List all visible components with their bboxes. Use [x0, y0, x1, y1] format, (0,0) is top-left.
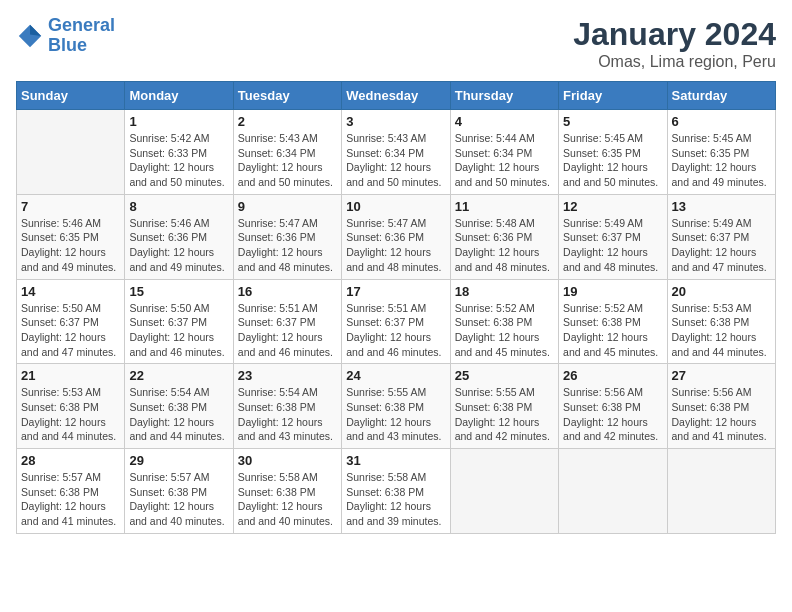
calendar-cell: 12Sunrise: 5:49 AMSunset: 6:37 PMDayligh… — [559, 194, 667, 279]
day-info: Sunrise: 5:43 AMSunset: 6:34 PMDaylight:… — [346, 131, 445, 190]
daylight-text-2: and and 50 minutes. — [346, 175, 445, 190]
day-info: Sunrise: 5:57 AMSunset: 6:38 PMDaylight:… — [21, 470, 120, 529]
day-number: 5 — [563, 114, 662, 129]
daylight-text-2: and and 40 minutes. — [129, 514, 228, 529]
daylight-text-1: Daylight: 12 hours — [346, 160, 445, 175]
daylight-text-1: Daylight: 12 hours — [346, 499, 445, 514]
daylight-text-1: Daylight: 12 hours — [563, 415, 662, 430]
sunset-text: Sunset: 6:34 PM — [238, 146, 337, 161]
sunrise-text: Sunrise: 5:45 AM — [672, 131, 771, 146]
calendar-cell — [450, 449, 558, 534]
sunrise-text: Sunrise: 5:44 AM — [455, 131, 554, 146]
calendar-cell: 16Sunrise: 5:51 AMSunset: 6:37 PMDayligh… — [233, 279, 341, 364]
day-number: 13 — [672, 199, 771, 214]
daylight-text-2: and and 48 minutes. — [455, 260, 554, 275]
calendar-cell: 25Sunrise: 5:55 AMSunset: 6:38 PMDayligh… — [450, 364, 558, 449]
day-info: Sunrise: 5:51 AMSunset: 6:37 PMDaylight:… — [238, 301, 337, 360]
daylight-text-1: Daylight: 12 hours — [455, 415, 554, 430]
daylight-text-2: and and 43 minutes. — [346, 429, 445, 444]
calendar-cell: 11Sunrise: 5:48 AMSunset: 6:36 PMDayligh… — [450, 194, 558, 279]
calendar-cell: 4Sunrise: 5:44 AMSunset: 6:34 PMDaylight… — [450, 110, 558, 195]
col-header-tuesday: Tuesday — [233, 82, 341, 110]
daylight-text-1: Daylight: 12 hours — [455, 160, 554, 175]
day-number: 11 — [455, 199, 554, 214]
day-number: 16 — [238, 284, 337, 299]
day-number: 27 — [672, 368, 771, 383]
calendar-cell: 9Sunrise: 5:47 AMSunset: 6:36 PMDaylight… — [233, 194, 341, 279]
daylight-text-2: and and 41 minutes. — [672, 429, 771, 444]
week-row-3: 14Sunrise: 5:50 AMSunset: 6:37 PMDayligh… — [17, 279, 776, 364]
day-info: Sunrise: 5:57 AMSunset: 6:38 PMDaylight:… — [129, 470, 228, 529]
day-number: 21 — [21, 368, 120, 383]
daylight-text-1: Daylight: 12 hours — [672, 245, 771, 260]
day-number: 20 — [672, 284, 771, 299]
day-number: 2 — [238, 114, 337, 129]
daylight-text-2: and and 46 minutes. — [129, 345, 228, 360]
day-number: 28 — [21, 453, 120, 468]
daylight-text-2: and and 47 minutes. — [672, 260, 771, 275]
daylight-text-1: Daylight: 12 hours — [238, 160, 337, 175]
day-info: Sunrise: 5:44 AMSunset: 6:34 PMDaylight:… — [455, 131, 554, 190]
day-info: Sunrise: 5:55 AMSunset: 6:38 PMDaylight:… — [346, 385, 445, 444]
calendar-cell: 19Sunrise: 5:52 AMSunset: 6:38 PMDayligh… — [559, 279, 667, 364]
sunrise-text: Sunrise: 5:49 AM — [672, 216, 771, 231]
daylight-text-1: Daylight: 12 hours — [238, 415, 337, 430]
day-info: Sunrise: 5:45 AMSunset: 6:35 PMDaylight:… — [563, 131, 662, 190]
daylight-text-1: Daylight: 12 hours — [455, 330, 554, 345]
day-info: Sunrise: 5:45 AMSunset: 6:35 PMDaylight:… — [672, 131, 771, 190]
sunrise-text: Sunrise: 5:57 AM — [21, 470, 120, 485]
day-info: Sunrise: 5:54 AMSunset: 6:38 PMDaylight:… — [129, 385, 228, 444]
daylight-text-2: and and 50 minutes. — [129, 175, 228, 190]
sunset-text: Sunset: 6:38 PM — [455, 315, 554, 330]
sunset-text: Sunset: 6:38 PM — [238, 485, 337, 500]
day-number: 4 — [455, 114, 554, 129]
col-header-sunday: Sunday — [17, 82, 125, 110]
day-number: 15 — [129, 284, 228, 299]
day-number: 1 — [129, 114, 228, 129]
calendar-cell: 22Sunrise: 5:54 AMSunset: 6:38 PMDayligh… — [125, 364, 233, 449]
day-number: 9 — [238, 199, 337, 214]
day-info: Sunrise: 5:46 AMSunset: 6:35 PMDaylight:… — [21, 216, 120, 275]
day-number: 31 — [346, 453, 445, 468]
daylight-text-1: Daylight: 12 hours — [455, 245, 554, 260]
day-number: 12 — [563, 199, 662, 214]
sunset-text: Sunset: 6:33 PM — [129, 146, 228, 161]
daylight-text-2: and and 39 minutes. — [346, 514, 445, 529]
sunrise-text: Sunrise: 5:42 AM — [129, 131, 228, 146]
sunrise-text: Sunrise: 5:53 AM — [21, 385, 120, 400]
sunrise-text: Sunrise: 5:56 AM — [672, 385, 771, 400]
daylight-text-2: and and 46 minutes. — [238, 345, 337, 360]
sunset-text: Sunset: 6:36 PM — [238, 230, 337, 245]
sunset-text: Sunset: 6:37 PM — [672, 230, 771, 245]
daylight-text-1: Daylight: 12 hours — [346, 330, 445, 345]
day-info: Sunrise: 5:53 AMSunset: 6:38 PMDaylight:… — [21, 385, 120, 444]
day-info: Sunrise: 5:50 AMSunset: 6:37 PMDaylight:… — [129, 301, 228, 360]
sunset-text: Sunset: 6:38 PM — [346, 485, 445, 500]
calendar-cell: 15Sunrise: 5:50 AMSunset: 6:37 PMDayligh… — [125, 279, 233, 364]
sunset-text: Sunset: 6:38 PM — [672, 315, 771, 330]
sunrise-text: Sunrise: 5:50 AM — [129, 301, 228, 316]
daylight-text-1: Daylight: 12 hours — [129, 499, 228, 514]
calendar-cell: 29Sunrise: 5:57 AMSunset: 6:38 PMDayligh… — [125, 449, 233, 534]
sunset-text: Sunset: 6:38 PM — [129, 400, 228, 415]
sunrise-text: Sunrise: 5:55 AM — [346, 385, 445, 400]
sunset-text: Sunset: 6:37 PM — [129, 315, 228, 330]
page-title: January 2024 — [573, 16, 776, 53]
sunrise-text: Sunrise: 5:45 AM — [563, 131, 662, 146]
day-info: Sunrise: 5:49 AMSunset: 6:37 PMDaylight:… — [672, 216, 771, 275]
sunrise-text: Sunrise: 5:47 AM — [346, 216, 445, 231]
sunset-text: Sunset: 6:38 PM — [238, 400, 337, 415]
calendar-cell: 10Sunrise: 5:47 AMSunset: 6:36 PMDayligh… — [342, 194, 450, 279]
week-row-4: 21Sunrise: 5:53 AMSunset: 6:38 PMDayligh… — [17, 364, 776, 449]
calendar-table: SundayMondayTuesdayWednesdayThursdayFrid… — [16, 81, 776, 534]
calendar-cell: 30Sunrise: 5:58 AMSunset: 6:38 PMDayligh… — [233, 449, 341, 534]
day-info: Sunrise: 5:50 AMSunset: 6:37 PMDaylight:… — [21, 301, 120, 360]
calendar-header-row: SundayMondayTuesdayWednesdayThursdayFrid… — [17, 82, 776, 110]
daylight-text-1: Daylight: 12 hours — [346, 415, 445, 430]
day-info: Sunrise: 5:46 AMSunset: 6:36 PMDaylight:… — [129, 216, 228, 275]
logo-general: General — [48, 15, 115, 35]
sunrise-text: Sunrise: 5:58 AM — [346, 470, 445, 485]
calendar-cell: 27Sunrise: 5:56 AMSunset: 6:38 PMDayligh… — [667, 364, 775, 449]
daylight-text-1: Daylight: 12 hours — [129, 245, 228, 260]
logo-text: General Blue — [48, 16, 115, 56]
